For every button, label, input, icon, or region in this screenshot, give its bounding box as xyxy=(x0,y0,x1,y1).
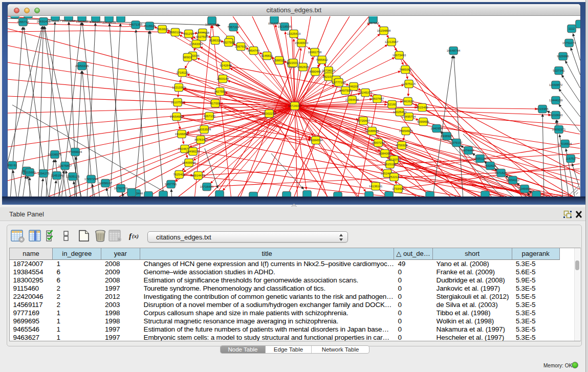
svg-text:15640910: 15640910 xyxy=(295,41,309,45)
svg-text:19218506: 19218506 xyxy=(278,25,292,28)
svg-text:16671355: 16671355 xyxy=(129,24,143,27)
svg-text:11958107: 11958107 xyxy=(99,182,113,185)
svg-text:8186328: 8186328 xyxy=(209,39,222,42)
svg-text:10025453: 10025453 xyxy=(393,111,407,114)
svg-text:20206576: 20206576 xyxy=(48,153,62,156)
svg-text:12975115: 12975115 xyxy=(402,82,416,85)
svg-text:17016504: 17016504 xyxy=(558,142,572,145)
svg-text:23495754: 23495754 xyxy=(402,115,416,118)
svg-text:8678342: 8678342 xyxy=(194,138,207,141)
svg-text:19654982: 19654982 xyxy=(170,115,184,118)
svg-text:19777169: 19777169 xyxy=(332,81,346,84)
svg-text:16053809: 16053809 xyxy=(205,23,219,26)
svg-text:10607487: 10607487 xyxy=(371,97,384,100)
svg-text:15716485: 15716485 xyxy=(200,185,214,188)
svg-text:15751074: 15751074 xyxy=(562,41,576,45)
svg-text:18724007: 18724007 xyxy=(288,104,302,107)
svg-text:9327505: 9327505 xyxy=(196,35,208,38)
svg-text:7515526: 7515526 xyxy=(144,25,156,28)
svg-text:19384554: 19384554 xyxy=(309,139,323,142)
svg-text:18220317: 18220317 xyxy=(287,61,300,64)
svg-text:12444159: 12444159 xyxy=(549,99,563,102)
svg-text:19166852: 19166852 xyxy=(175,133,189,136)
svg-text:12213369: 12213369 xyxy=(172,86,186,89)
svg-text:1640954: 1640954 xyxy=(430,127,443,130)
svg-text:9242848: 9242848 xyxy=(220,64,232,67)
svg-text:891295: 891295 xyxy=(184,32,194,35)
svg-text:9245652: 9245652 xyxy=(518,187,531,190)
svg-text:1588520: 1588520 xyxy=(273,59,286,62)
svg-text:917006: 917006 xyxy=(210,102,221,105)
svg-text:8454749: 8454749 xyxy=(248,49,260,52)
svg-text:8466160: 8466160 xyxy=(90,20,102,24)
svg-text:19654923: 19654923 xyxy=(399,129,413,133)
svg-text:12505125: 12505125 xyxy=(66,175,80,178)
svg-text:9463627: 9463627 xyxy=(402,100,414,103)
svg-text:2087682: 2087682 xyxy=(367,22,379,25)
svg-text:16914479: 16914479 xyxy=(191,174,205,177)
svg-text:10719155: 10719155 xyxy=(102,21,116,24)
svg-text:8471626: 8471626 xyxy=(495,171,507,174)
svg-text:1145194: 1145194 xyxy=(51,174,63,177)
svg-text:8660124: 8660124 xyxy=(169,31,182,34)
svg-text:9756928: 9756928 xyxy=(396,144,408,147)
svg-text:12213967: 12213967 xyxy=(385,40,399,43)
svg-text:6379197: 6379197 xyxy=(450,141,463,144)
svg-text:9227341: 9227341 xyxy=(553,69,565,72)
svg-text:2718120: 2718120 xyxy=(176,71,188,74)
svg-text:7632621: 7632621 xyxy=(484,164,496,167)
svg-text:2803144: 2803144 xyxy=(217,77,229,80)
svg-text:1733426: 1733426 xyxy=(392,187,404,190)
svg-text:16154808: 16154808 xyxy=(377,29,391,32)
svg-text:9515460: 9515460 xyxy=(416,106,428,109)
svg-text:18907249: 18907249 xyxy=(372,141,385,144)
svg-text:3427552: 3427552 xyxy=(214,90,226,93)
svg-text:21364436: 21364436 xyxy=(345,98,359,101)
svg-text:252214: 252214 xyxy=(389,176,400,179)
svg-text:10653267: 10653267 xyxy=(62,19,76,23)
svg-text:1615112: 1615112 xyxy=(384,163,397,166)
svg-text:10973493: 10973493 xyxy=(393,54,406,57)
svg-text:16782759: 16782759 xyxy=(114,187,128,190)
svg-text:2055712: 2055712 xyxy=(17,20,29,24)
svg-text:7357224: 7357224 xyxy=(227,26,239,29)
svg-text:1215689: 1215689 xyxy=(24,171,36,174)
svg-text:15302275: 15302275 xyxy=(263,112,276,115)
svg-text:7663822: 7663822 xyxy=(156,28,168,31)
svg-text:1362615: 1362615 xyxy=(297,65,309,69)
svg-text:26053346: 26053346 xyxy=(75,64,89,68)
svg-text:9146821: 9146821 xyxy=(261,54,273,57)
svg-text:7955812: 7955812 xyxy=(316,58,328,61)
svg-text:7625402: 7625402 xyxy=(173,173,185,176)
svg-text:23975867: 23975867 xyxy=(58,164,72,167)
svg-text:9327508: 9327508 xyxy=(223,41,235,44)
svg-text:10245374: 10245374 xyxy=(359,91,373,94)
svg-text:8938923: 8938923 xyxy=(441,135,453,138)
svg-text:746206: 746206 xyxy=(349,85,359,88)
svg-text:8215955: 8215955 xyxy=(536,107,549,111)
svg-text:3267130: 3267130 xyxy=(203,115,215,118)
svg-text:850 61: 850 61 xyxy=(8,164,17,167)
svg-text:1112: 1112 xyxy=(569,27,575,30)
svg-text:9457791: 9457791 xyxy=(165,183,177,186)
svg-text:12093872: 12093872 xyxy=(549,83,563,86)
svg-text:10688603: 10688603 xyxy=(365,129,379,133)
svg-text:(x): (x) xyxy=(132,233,139,239)
svg-text:1294275: 1294275 xyxy=(37,172,50,175)
svg-text:16543362: 16543362 xyxy=(189,42,203,46)
svg-text:15720407: 15720407 xyxy=(357,119,371,122)
svg-text:9084067: 9084067 xyxy=(379,152,391,155)
svg-text:16210643: 16210643 xyxy=(549,114,563,117)
svg-text:16961758: 16961758 xyxy=(308,51,322,54)
svg-text:116753: 116753 xyxy=(565,157,576,160)
svg-text:17359924: 17359924 xyxy=(69,150,82,154)
svg-text:62160: 62160 xyxy=(388,103,397,106)
svg-text:16648784: 16648784 xyxy=(447,49,461,52)
svg-text:14498222: 14498222 xyxy=(186,150,200,153)
svg-text:1527602: 1527602 xyxy=(76,20,88,23)
svg-text:15409948: 15409948 xyxy=(182,161,196,164)
svg-text:1049317: 1049317 xyxy=(49,19,61,23)
svg-text:9329996: 9329996 xyxy=(557,55,569,58)
svg-text:98901: 98901 xyxy=(183,56,192,59)
svg-text:15692371: 15692371 xyxy=(552,128,566,131)
